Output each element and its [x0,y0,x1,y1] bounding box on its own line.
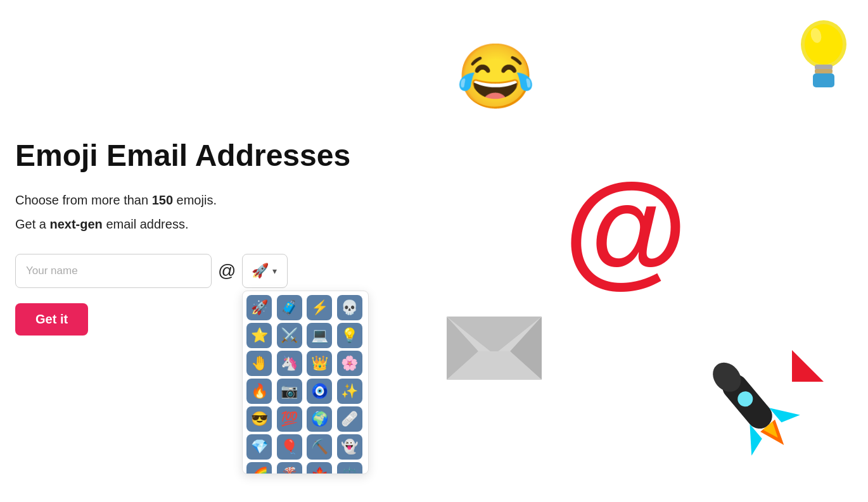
emoji-cell[interactable]: 🤚 [246,351,272,376]
emoji-cell[interactable]: 🌈 [246,462,272,474]
emoji-cell[interactable]: ✨ [337,379,362,404]
emoji-selector[interactable]: 🚀 ▾ 🚀🧳⚡💀⭐⚔️💻💡🤚🦄👑🌸🔥📷🧿✨😎💯🌍🩹💎🎈⛏️👻🌈🌋🍁⚖️🏔️🍀⚓⚠… [242,254,288,288]
emoji-cell[interactable]: 🚀 [246,295,272,320]
emoji-cell[interactable]: 🧳 [277,295,302,320]
name-input[interactable] [15,254,212,288]
subtitle-line1: Choose from more than 150 emojis. [15,191,395,210]
subtitle-line2: Get a next-gen email address. [15,215,395,234]
chevron-down-icon: ▾ [272,266,277,276]
svg-marker-13 [735,424,766,456]
emoji-cell[interactable]: ⚔️ [277,323,302,348]
emoji-cell[interactable]: 💯 [277,406,302,432]
emoji-cell[interactable]: 😎 [246,406,272,432]
svg-point-1 [805,24,843,65]
emoji-cell[interactable]: 🧿 [307,379,332,404]
lightbulb-decoration [792,13,855,95]
page-title: Emoji Email Addresses [15,139,395,173]
emoji-cell[interactable]: ⭐ [246,323,272,348]
rocket-decoration [691,344,830,470]
emoji-cell[interactable]: 🩹 [337,406,362,432]
emoji-cell[interactable]: 🎈 [277,434,302,460]
emoji-cell[interactable]: ⛏️ [307,434,332,460]
page-container: Emoji Email Addresses Choose from more t… [0,0,868,502]
envelope-decoration [444,304,545,386]
emoji-panel: 🚀🧳⚡💀⭐⚔️💻💡🤚🦄👑🌸🔥📷🧿✨😎💯🌍🩹💎🎈⛏️👻🌈🌋🍁⚖️🏔️🍀⚓⚠️ [242,291,369,474]
emoji-cell[interactable]: 💀 [337,295,362,320]
emoji-grid-wrapper[interactable]: 🚀🧳⚡💀⭐⚔️💻💡🤚🦄👑🌸🔥📷🧿✨😎💯🌍🩹💎🎈⛏️👻🌈🌋🍁⚖️🏔️🍀⚓⚠️ [243,291,368,474]
emoji-cell[interactable]: 💡 [337,323,362,348]
emoji-cell[interactable]: 👑 [307,351,332,376]
emoji-grid: 🚀🧳⚡💀⭐⚔️💻💡🤚🦄👑🌸🔥📷🧿✨😎💯🌍🩹💎🎈⛏️👻🌈🌋🍁⚖️🏔️🍀⚓⚠️ [246,295,364,474]
emoji-cell[interactable]: 🌋 [277,462,302,474]
svg-rect-2 [815,65,833,70]
at-symbol-label: @ [218,261,236,281]
emoji-cell[interactable]: 🌍 [307,406,332,432]
emoji-cell[interactable]: 💻 [307,323,332,348]
emoji-cell[interactable]: 🍁 [307,462,332,474]
laugh-emoji-decoration: 😂 [456,44,535,108]
get-it-button[interactable]: Get it [15,303,88,336]
emoji-cell[interactable]: 💎 [246,434,272,460]
selected-emoji-display: 🚀 [252,263,269,279]
svg-rect-4 [813,73,834,87]
email-input-row: @ 🚀 ▾ 🚀🧳⚡💀⭐⚔️💻💡🤚🦄👑🌸🔥📷🧿✨😎💯🌍🩹💎🎈⛏️👻🌈🌋🍁⚖️🏔️🍀… [15,254,395,288]
emoji-cell[interactable]: 📷 [277,379,302,404]
at-symbol-decoration: @ [564,165,687,291]
svg-marker-18 [792,350,824,382]
emoji-dropdown-button[interactable]: 🚀 ▾ [242,254,288,288]
svg-rect-3 [815,69,833,73]
emoji-cell[interactable]: 🌸 [337,351,362,376]
emoji-cell[interactable]: 👻 [337,434,362,460]
left-content: Emoji Email Addresses Choose from more t… [15,139,395,336]
emoji-cell[interactable]: 🦄 [277,351,302,376]
emoji-cell[interactable]: ⚡ [307,295,332,320]
emoji-cell[interactable]: ⚖️ [337,462,362,474]
emoji-cell[interactable]: 🔥 [246,379,272,404]
